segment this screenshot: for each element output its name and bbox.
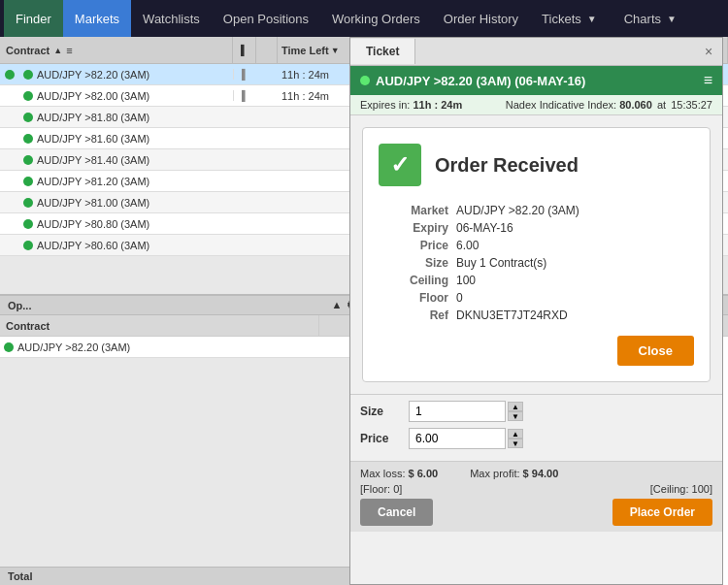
open-positions-panel: Op... ▲ ⚙ Contract: [0, 296, 365, 585]
time-sort-icon: ▼: [331, 46, 340, 55]
size-input[interactable]: [409, 401, 506, 422]
price-up-button[interactable]: ▲: [508, 429, 523, 439]
open-positions-header: Op... ▲ ⚙: [0, 296, 364, 315]
ticket-menu-icon[interactable]: ≡: [704, 72, 712, 89]
row-cell-bar1: ▌: [233, 69, 256, 80]
th-bar: ▌: [233, 37, 256, 63]
bar-icon: ▌: [241, 45, 248, 55]
nav-item-markets[interactable]: Markets: [63, 0, 131, 37]
ticket-expires-bar: Expires in: 11h : 24m Nadex Indicative I…: [350, 95, 722, 115]
detail-value-price: 6.00: [456, 239, 479, 252]
price-down-button[interactable]: ▼: [508, 439, 523, 448]
total-row: Total: [0, 567, 364, 585]
close-btn-row: Close: [379, 336, 694, 366]
ticket-footer: Max loss: $ 6.00 Max profit: $ 94.00 [Fl…: [350, 461, 722, 532]
tickets-dropdown-arrow[interactable]: ▼: [583, 8, 601, 30]
detail-value-ref: DKNU3ET7JT24RXD: [456, 309, 568, 322]
nav-item-open-positions[interactable]: Open Positions: [212, 0, 320, 37]
row-cell-icon1: [0, 70, 19, 80]
detail-label-ref: Ref: [379, 309, 456, 322]
ticket-controls: Size ▲ ▼ Price ▲ ▼: [350, 394, 722, 461]
ticket-panel: Ticket × AUD/JPY >82.20 (3AM) (06-MAY-16…: [349, 37, 723, 585]
nadex-label: Nadex Indicative Index:: [506, 99, 616, 111]
detail-value-ceiling: 100: [456, 274, 476, 287]
price-label: Price: [360, 432, 409, 445]
ticket-title: AUD/JPY >82.20 (3AM) (06-MAY-16): [376, 74, 585, 88]
order-detail-market: Market AUD/JPY >82.20 (3AM): [379, 202, 694, 219]
order-details: Market AUD/JPY >82.20 (3AM) Expiry 06-MA…: [379, 202, 694, 324]
close-order-button[interactable]: Close: [617, 336, 694, 366]
detail-label-floor: Floor: [379, 291, 456, 305]
nav-item-order-history[interactable]: Order History: [432, 0, 530, 37]
th-arrow: [256, 37, 278, 63]
nadex-value: 80.060: [619, 99, 652, 111]
row-cell-bar2: ▌: [233, 90, 256, 101]
contract-sort-icon: ▲: [53, 46, 62, 55]
cancel-button[interactable]: Cancel: [360, 499, 433, 526]
nav-item-working-orders[interactable]: Working Orders: [320, 0, 432, 37]
ticket-status-dot: [360, 76, 370, 85]
top-nav: Finder Markets Watchlists Open Positions…: [0, 0, 728, 37]
ticket-tab-bar: Ticket ×: [350, 38, 722, 66]
nadex-time: 15:35:27: [671, 99, 712, 111]
detail-label-price: Price: [379, 239, 456, 252]
max-loss-section: Max loss: $ 6.00 Max profit: $ 94.00: [360, 468, 558, 479]
ticket-tab[interactable]: Ticket: [350, 39, 415, 64]
size-up-button[interactable]: ▲: [508, 402, 523, 411]
order-detail-price: Price 6.00: [379, 237, 694, 254]
detail-label-ceiling: Ceiling: [379, 274, 456, 287]
nav-item-tickets[interactable]: Tickets ▼: [530, 0, 612, 37]
detail-value-size: Buy 1 Contract(s): [456, 256, 546, 270]
op-row[interactable]: AUD/JPY >82.20 (3AM): [0, 337, 364, 358]
size-down-button[interactable]: ▼: [508, 411, 523, 421]
charts-dropdown-arrow[interactable]: ▼: [663, 8, 680, 30]
row-cell-contract: AUD/JPY >82.20 (3AM): [19, 69, 233, 81]
order-received-title: Order Received: [435, 154, 579, 177]
order-detail-ceiling: Ceiling 100: [379, 272, 694, 289]
place-order-button[interactable]: Place Order: [612, 499, 712, 526]
contract-filter-icon[interactable]: ≡: [66, 45, 72, 56]
max-profit-label: Max profit:: [470, 468, 519, 479]
th-contract[interactable]: Contract ▲ ≡: [0, 37, 233, 63]
checkmark-icon: ✓: [390, 151, 410, 179]
nav-item-charts[interactable]: Charts ▼: [612, 0, 692, 37]
nav-item-watchlists[interactable]: Watchlists: [131, 0, 212, 37]
detail-value-market: AUD/JPY >82.20 (3AM): [456, 204, 579, 217]
order-detail-size: Size Buy 1 Contract(s): [379, 254, 694, 272]
order-received-modal: ✓ Order Received Market AUD/JPY >82.20 (…: [362, 127, 711, 382]
size-label: Size: [360, 405, 409, 418]
floor-label: [Floor: 0]: [360, 483, 402, 495]
size-spinner: ▲ ▼: [508, 402, 523, 421]
max-loss-label: Max loss:: [360, 468, 405, 479]
price-control-row: Price ▲ ▼: [360, 428, 712, 449]
order-detail-floor: Floor 0: [379, 289, 694, 307]
app-container: Finder Markets Watchlists Open Positions…: [0, 0, 728, 585]
max-profit-value: $ 94.00: [523, 468, 559, 479]
checkmark-box: ✓: [379, 144, 421, 186]
ticket-title-bar: AUD/JPY >82.20 (3AM) (06-MAY-16) ≡: [350, 66, 722, 95]
max-loss-value: $ 6.00: [409, 468, 439, 479]
expires-value: 11h : 24m: [413, 99, 462, 111]
op-expand-icon[interactable]: ▲: [332, 299, 343, 311]
detail-value-expiry: 06-MAY-16: [456, 221, 513, 235]
ceiling-label: [Ceiling: 100]: [650, 483, 712, 495]
action-btns-row: Cancel Place Order: [360, 499, 712, 526]
expires-label: Expires in:: [360, 99, 410, 111]
floor-ceiling-row: [Floor: 0] [Ceiling: 100]: [360, 483, 712, 495]
detail-value-floor: 0: [456, 291, 463, 305]
order-detail-expiry: Expiry 06-MAY-16: [379, 219, 694, 237]
nadex-at: at: [657, 99, 666, 111]
pnl-row: Max loss: $ 6.00 Max profit: $ 94.00: [360, 468, 712, 479]
detail-label-market: Market: [379, 204, 456, 217]
row-cell-contract2: AUD/JPY >82.00 (3AM): [19, 90, 233, 102]
nav-item-finder[interactable]: Finder: [4, 0, 63, 37]
detail-label-expiry: Expiry: [379, 221, 456, 235]
price-spinner: ▲ ▼: [508, 429, 523, 448]
ticket-close-button[interactable]: ×: [695, 38, 722, 65]
price-input[interactable]: [409, 428, 506, 449]
order-modal-header: ✓ Order Received: [379, 144, 694, 186]
detail-label-size: Size: [379, 256, 456, 270]
order-detail-ref: Ref DKNU3ET7JT24RXD: [379, 307, 694, 324]
size-control-row: Size ▲ ▼: [360, 401, 712, 422]
op-table-header: Contract: [0, 315, 364, 337]
